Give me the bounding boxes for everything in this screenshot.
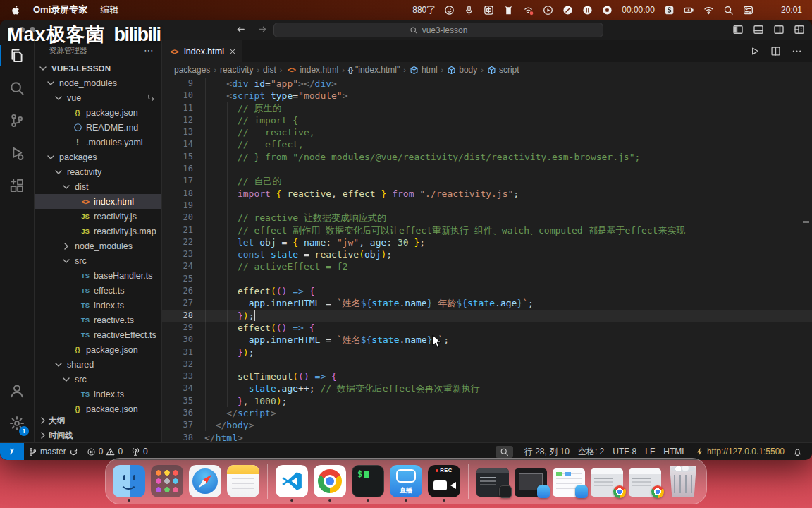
minimize-window-icon[interactable] (19, 27, 25, 32)
tree-item-reactivity.js[interactable]: JSreactivity.js (35, 209, 161, 224)
play-icon[interactable] (543, 5, 553, 16)
tree-item-README.md[interactable]: README.md (35, 120, 161, 135)
tree-item-package.json[interactable]: {}package.json (35, 105, 161, 120)
dock-window-chrome-2[interactable] (629, 466, 661, 497)
explorer-more-icon[interactable]: ⋯ (144, 44, 154, 56)
pause-icon[interactable] (582, 5, 593, 16)
dock-window-video[interactable] (515, 466, 547, 497)
emoji-icon[interactable] (444, 5, 455, 16)
activitybar-source-control[interactable] (0, 104, 34, 137)
annotate-icon[interactable] (562, 5, 573, 16)
statusbar-cursor-position[interactable]: 行 28, 列 10 (520, 446, 574, 458)
vscode-titlebar[interactable]: vue3-lesson (0, 20, 812, 40)
toggle-panel-bottom-icon[interactable] (753, 24, 764, 35)
statusbar-search-toggle[interactable] (491, 446, 520, 458)
apple-menu-icon[interactable] (10, 5, 20, 16)
tree-item-VUE3-LESSON[interactable]: VUE3-LESSON (35, 61, 161, 75)
statusbar-git-branch[interactable]: master (24, 447, 82, 456)
statusbar-encoding[interactable]: UTF-8 (608, 447, 641, 456)
tree-item-index.ts[interactable]: TSindex.ts (35, 298, 161, 313)
dock-chrome[interactable] (314, 465, 346, 497)
window-traffic-lights[interactable] (8, 27, 35, 32)
dock-window-terminal[interactable] (476, 466, 509, 497)
dock-finder[interactable] (113, 465, 145, 497)
dock-bilibili-live[interactable]: 直播 (390, 465, 422, 497)
dock-terminal[interactable] (352, 465, 384, 497)
split-editor-button-icon[interactable] (770, 46, 781, 56)
dock-notes[interactable] (227, 465, 259, 497)
control-center-icon[interactable] (743, 5, 753, 16)
close-tab-icon[interactable] (228, 47, 237, 56)
tree-item-src[interactable]: src (35, 253, 161, 268)
close-window-icon[interactable] (8, 27, 14, 32)
breadcrumb-item[interactable]: {}"index.html" (348, 65, 400, 75)
breadcrumb-item[interactable]: packages (174, 65, 210, 75)
tree-item-effect.ts[interactable]: TSeffect.ts (35, 283, 161, 298)
dock-trash[interactable] (667, 465, 699, 497)
battery-icon[interactable] (684, 5, 694, 16)
input-method-icon[interactable] (484, 5, 494, 16)
navigate-back-icon[interactable] (235, 24, 246, 35)
tree-item-reactive.ts[interactable]: TSreactive.ts (35, 313, 161, 327)
menubar-app-name[interactable]: Omi录屏专家 (33, 4, 87, 16)
run-button-icon[interactable] (749, 46, 760, 56)
statusbar-eol[interactable]: LF (641, 447, 659, 456)
code-editor[interactable]: 9 <div id="app"></div>10 <script type="m… (162, 78, 812, 442)
statusbar-problems[interactable]: 00 (82, 447, 127, 456)
statusbar-language-mode[interactable]: HTML (659, 447, 691, 456)
breadcrumb-item[interactable]: dist (263, 65, 276, 75)
tree-item-reactiveEffect.ts[interactable]: TSreactiveEffect.ts (35, 327, 161, 342)
customize-layout-icon[interactable] (794, 24, 805, 35)
tree-item-baseHandler.ts[interactable]: TSbaseHandler.ts (35, 268, 161, 283)
mic-icon[interactable] (464, 5, 474, 16)
word-count[interactable]: 880字 (412, 4, 435, 16)
dock-window-chrome-1[interactable] (591, 466, 623, 497)
tree-item-vue[interactable]: vue (35, 90, 161, 105)
sidebar-section-大纲[interactable]: 大纲 (35, 413, 161, 428)
tree-item-dist[interactable]: dist (35, 179, 161, 194)
toggle-sidebar-right-icon[interactable] (773, 24, 785, 35)
menubar-menu-编辑[interactable]: 编辑 (100, 4, 118, 15)
statusbar-indentation[interactable]: 空格: 2 (574, 446, 608, 458)
recording-timer[interactable]: 00:00:00 (622, 5, 655, 15)
dock-vscode[interactable] (276, 465, 308, 497)
wifi-icon[interactable] (703, 5, 714, 16)
tree-item-src[interactable]: src (35, 372, 161, 387)
activitybar-extensions[interactable] (0, 169, 34, 202)
dock-launchpad[interactable] (151, 465, 183, 497)
dock-window-notes[interactable] (553, 466, 585, 497)
toggle-sidebar-left-icon[interactable] (732, 24, 744, 35)
editor-more-button-icon[interactable] (792, 46, 802, 56)
activitybar-search[interactable] (0, 72, 34, 104)
tree-item-nodemodules[interactable]: node_modules (35, 75, 161, 90)
dock-safari[interactable] (189, 465, 221, 497)
spotlight-icon[interactable] (723, 5, 734, 16)
record-icon[interactable] (602, 5, 613, 16)
activitybar-settings[interactable]: 1 (0, 407, 34, 440)
activitybar-explorer[interactable] (0, 40, 34, 72)
breadcrumb-item[interactable]: html (410, 65, 438, 75)
tree-item-packages[interactable]: packages (35, 150, 161, 164)
tree-item-package.json[interactable]: {}package.json (35, 401, 161, 413)
tree-item-index.html[interactable]: <>index.html (35, 194, 161, 209)
screen-share-icon[interactable] (523, 5, 534, 16)
tree-item-reactivity[interactable]: reactivity (35, 164, 161, 179)
breadcrumb-item[interactable]: <>index.html (285, 65, 338, 75)
s-app-icon[interactable] (664, 5, 675, 16)
activitybar-run-debug[interactable] (0, 137, 34, 169)
tree-item-index.ts[interactable]: TSindex.ts (35, 387, 161, 401)
command-center-search[interactable]: vue3-lesson (273, 23, 603, 37)
tree-item-shared[interactable]: shared (35, 357, 161, 372)
navigate-forward-icon[interactable] (257, 24, 268, 35)
sidebar-section-时间线[interactable]: 时间线 (35, 428, 161, 442)
tree-item-reactivity.js.map[interactable]: JSreactivity.js.map (35, 224, 161, 238)
statusbar-live-server[interactable]: http://127.0.0.1:5500 (691, 447, 789, 456)
tree-item-package.json[interactable]: {}package.json (35, 342, 161, 357)
breadcrumb-item[interactable]: script (487, 65, 519, 75)
statusbar-ports[interactable]: 0 (127, 447, 152, 456)
tab-index-html[interactable]: <> index.html (162, 40, 242, 62)
statusbar-remote-indicator[interactable] (0, 443, 24, 460)
zoom-window-icon[interactable] (30, 27, 35, 32)
statusbar-notifications[interactable] (789, 447, 806, 456)
tree-item-.modules.yaml[interactable]: !.modules.yaml (35, 135, 161, 150)
